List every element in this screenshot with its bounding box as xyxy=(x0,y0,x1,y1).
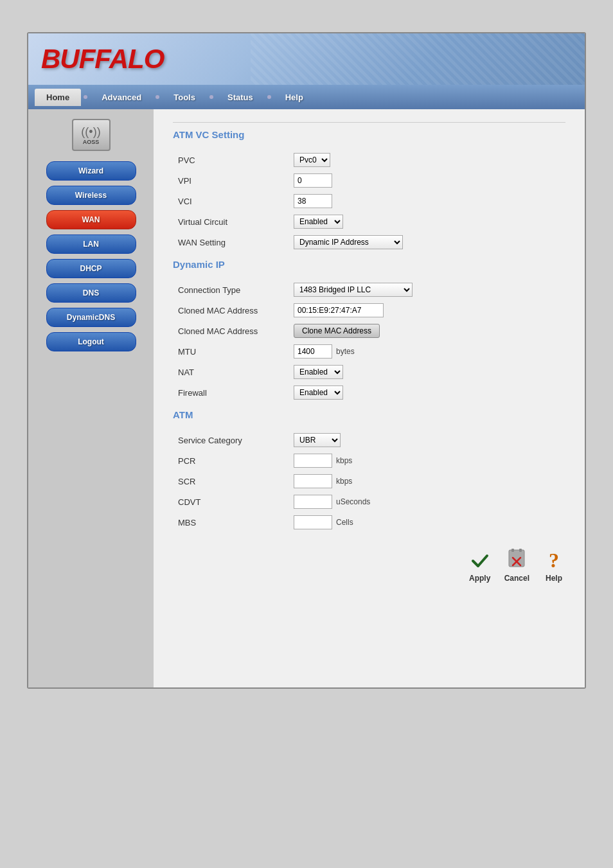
pvc-label: PVC xyxy=(173,150,289,170)
cdvt-row: CDVT uSeconds xyxy=(173,492,565,512)
sidebar-item-lan[interactable]: LAN xyxy=(46,235,136,254)
svg-rect-2 xyxy=(519,549,522,552)
pvc-row: PVC Pvc0 Pvc1Pvc2Pvc3 Pvc4Pvc5Pvc6Pvc7 xyxy=(173,150,565,170)
aoss-button[interactable]: ((•)) AOSS xyxy=(72,119,111,151)
action-bar: Apply Cancel ? xyxy=(173,539,565,586)
vci-row: VCI xyxy=(173,191,565,211)
clone-mac-address-button[interactable]: Clone MAC Address xyxy=(294,324,380,338)
cancel-label: Cancel xyxy=(504,574,529,583)
aoss-label: AOSS xyxy=(83,139,100,145)
help-label: Help xyxy=(546,574,562,583)
scr-unit-label: kbps xyxy=(336,477,352,486)
mbs-input[interactable] xyxy=(294,515,332,529)
virtual-circuit-label: Virtual Circuit xyxy=(173,211,289,232)
nav-bar: Home Advanced Tools Status Help xyxy=(28,85,585,109)
atm-form: Service Category UBR CBR VBR-nrt VBR-rt … xyxy=(173,430,565,533)
dynamic-ip-form: Connection Type 1483 Bridged IP LLC 1483… xyxy=(173,279,565,403)
cdvt-unit-label: uSeconds xyxy=(336,497,370,506)
nav-item-help[interactable]: Help xyxy=(274,89,315,106)
content-area: ATM VC Setting PVC Pvc0 Pvc1Pvc2Pvc3 Pvc… xyxy=(154,109,585,687)
sidebar-item-dns[interactable]: DNS xyxy=(46,283,136,303)
nat-label: NAT xyxy=(173,362,289,382)
nav-item-home[interactable]: Home xyxy=(35,89,81,106)
service-category-row: Service Category UBR CBR VBR-nrt VBR-rt xyxy=(173,430,565,450)
mbs-unit-label: Cells xyxy=(336,518,353,527)
cdvt-label: CDVT xyxy=(173,492,289,512)
cdvt-input[interactable] xyxy=(294,495,332,509)
sidebar-item-wizard[interactable]: Wizard xyxy=(46,161,136,181)
banner: BUFFALO xyxy=(28,33,585,85)
cloned-mac-input-label: Cloned MAC Address xyxy=(173,300,289,321)
mtu-label: MTU xyxy=(173,341,289,362)
svg-rect-1 xyxy=(511,549,514,552)
sidebar: ((•)) AOSS Wizard Wireless WAN LAN DHCP … xyxy=(28,109,154,687)
sidebar-item-logout[interactable]: Logout xyxy=(46,332,136,351)
nav-dot-2 xyxy=(155,95,159,99)
aoss-waves-icon: ((•)) xyxy=(81,125,100,139)
buffalo-logo: BUFFALO xyxy=(41,44,164,75)
vpi-input[interactable] xyxy=(294,173,332,188)
nav-item-tools[interactable]: Tools xyxy=(162,89,207,106)
connection-type-select[interactable]: 1483 Bridged IP LLC 1483 Bridged IP VC-M… xyxy=(294,283,413,297)
nav-dot-4 xyxy=(267,95,271,99)
atm-vc-section-title: ATM VC Setting xyxy=(173,129,565,140)
sidebar-item-dynamicdns[interactable]: DynamicDNS xyxy=(46,308,136,327)
router-ui-frame: BUFFALO Home Advanced Tools Status Help … xyxy=(27,32,586,689)
wan-setting-select[interactable]: Dynamic IP Address Static IP Address PPP… xyxy=(294,235,403,249)
atm-bottom-section-title: ATM xyxy=(173,409,565,420)
help-icon: ? xyxy=(542,549,565,572)
virtual-circuit-row: Virtual Circuit Enabled Disabled xyxy=(173,211,565,232)
help-button[interactable]: ? Help xyxy=(542,549,565,583)
mtu-input[interactable] xyxy=(294,344,332,359)
vci-input[interactable] xyxy=(294,194,332,208)
clone-mac-btn-label: Cloned MAC Address xyxy=(173,321,289,341)
svg-rect-0 xyxy=(509,550,524,567)
nav-item-status[interactable]: Status xyxy=(216,89,265,106)
nav-item-advanced[interactable]: Advanced xyxy=(90,89,153,106)
cloned-mac-input[interactable] xyxy=(294,303,384,317)
firewall-row: Firewall Enabled Disabled xyxy=(173,382,565,403)
dynamic-ip-section-title: Dynamic IP xyxy=(173,259,565,270)
firewall-select[interactable]: Enabled Disabled xyxy=(294,385,343,400)
pcr-label: PCR xyxy=(173,450,289,471)
scr-input[interactable] xyxy=(294,474,332,488)
cancel-icon xyxy=(505,549,528,572)
connection-type-label: Connection Type xyxy=(173,279,289,300)
scr-row: SCR kbps xyxy=(173,471,565,492)
mtu-unit-label: bytes xyxy=(336,347,355,356)
sidebar-item-dhcp[interactable]: DHCP xyxy=(46,259,136,278)
firewall-label: Firewall xyxy=(173,382,289,403)
connection-type-row: Connection Type 1483 Bridged IP LLC 1483… xyxy=(173,279,565,300)
apply-button[interactable]: Apply xyxy=(468,549,492,583)
nat-row: NAT Enabled Disabled xyxy=(173,362,565,382)
wan-setting-label: WAN Setting xyxy=(173,232,289,252)
atm-vc-form: PVC Pvc0 Pvc1Pvc2Pvc3 Pvc4Pvc5Pvc6Pvc7 V… xyxy=(173,150,565,252)
pcr-unit-label: kbps xyxy=(336,456,352,465)
scr-label: SCR xyxy=(173,471,289,492)
vci-label: VCI xyxy=(173,191,289,211)
apply-icon xyxy=(468,549,492,572)
service-category-select[interactable]: UBR CBR VBR-nrt VBR-rt xyxy=(294,433,341,447)
nat-select[interactable]: Enabled Disabled xyxy=(294,365,343,379)
main-layout: ((•)) AOSS Wizard Wireless WAN LAN DHCP … xyxy=(28,109,585,687)
clone-mac-btn-row: Cloned MAC Address Clone MAC Address xyxy=(173,321,565,341)
sidebar-item-wan[interactable]: WAN xyxy=(46,210,136,229)
vpi-label: VPI xyxy=(173,170,289,191)
vpi-row: VPI xyxy=(173,170,565,191)
pcr-input[interactable] xyxy=(294,454,332,468)
virtual-circuit-select[interactable]: Enabled Disabled xyxy=(294,215,343,229)
pvc-select[interactable]: Pvc0 Pvc1Pvc2Pvc3 Pvc4Pvc5Pvc6Pvc7 xyxy=(294,153,330,167)
apply-label: Apply xyxy=(469,574,490,583)
nav-dot-3 xyxy=(209,95,213,99)
mtu-row: MTU bytes xyxy=(173,341,565,362)
mbs-label: MBS xyxy=(173,512,289,533)
cancel-button[interactable]: Cancel xyxy=(504,549,529,583)
service-category-label: Service Category xyxy=(173,430,289,450)
nav-dot-1 xyxy=(84,95,87,99)
sidebar-item-wireless[interactable]: Wireless xyxy=(46,186,136,205)
cloned-mac-input-row: Cloned MAC Address xyxy=(173,300,565,321)
top-divider xyxy=(173,122,565,123)
pcr-row: PCR kbps xyxy=(173,450,565,471)
wan-setting-row: WAN Setting Dynamic IP Address Static IP… xyxy=(173,232,565,252)
mbs-row: MBS Cells xyxy=(173,512,565,533)
